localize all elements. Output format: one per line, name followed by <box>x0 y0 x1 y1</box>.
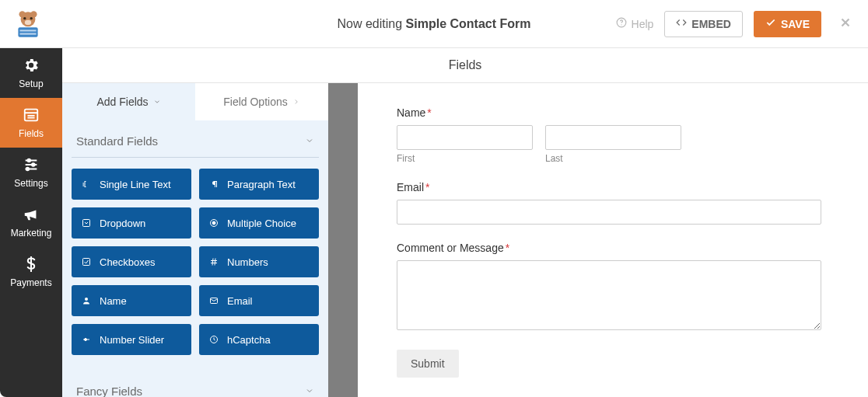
comment-textarea[interactable] <box>397 260 821 330</box>
name-label: Name* <box>397 106 821 119</box>
label-text: Name <box>397 106 425 119</box>
field-hcaptcha[interactable]: hCaptcha <box>199 324 319 355</box>
last-name-input[interactable] <box>545 125 681 150</box>
field-label: Numbers <box>227 256 268 268</box>
email-label: Email* <box>397 181 821 193</box>
comment-label: Comment or Message* <box>397 242 821 254</box>
dollar-icon <box>23 256 40 273</box>
nav-settings[interactable]: Settings <box>0 148 62 197</box>
envelope-icon <box>208 295 219 306</box>
nav-setup[interactable]: Setup <box>0 48 62 98</box>
field-label: Email <box>227 295 253 307</box>
nav-payments[interactable]: Payments <box>0 247 62 297</box>
code-icon <box>676 17 687 30</box>
topbar-actions: Help EMBED SAVE <box>616 11 852 37</box>
shield-icon <box>208 334 219 345</box>
form-name-text: Simple Contact Form <box>406 17 531 30</box>
first-sublabel: First <box>397 153 533 164</box>
nav-label: Setup <box>19 78 43 89</box>
svg-line-31 <box>215 259 215 266</box>
field-numbers[interactable]: Numbers <box>199 246 319 277</box>
required-mark: * <box>427 106 431 119</box>
text-cursor-icon: I <box>81 179 92 190</box>
first-name-input[interactable] <box>397 125 533 150</box>
standard-fields-grid: I Single Line Text Paragraph Text Dropdo… <box>72 158 319 355</box>
fields-subtabs: Add Fields Field Options <box>62 83 328 120</box>
now-editing-prefix: Now editing <box>338 17 406 30</box>
group-standard-fields[interactable]: Standard Fields <box>72 120 319 158</box>
field-paragraph-text[interactable]: Paragraph Text <box>199 169 319 200</box>
svg-rect-8 <box>20 33 37 34</box>
svg-point-26 <box>212 221 215 225</box>
field-label: hCaptcha <box>227 334 271 346</box>
slider-icon <box>81 334 92 345</box>
tab-field-options[interactable]: Field Options <box>195 83 328 120</box>
bullhorn-icon <box>23 206 40 223</box>
field-multiple-choice[interactable]: Multiple Choice <box>199 207 319 239</box>
svg-point-4 <box>30 16 33 19</box>
field-label: Dropdown <box>100 218 145 229</box>
field-email-row[interactable]: Email* <box>397 181 821 225</box>
svg-point-3 <box>23 16 26 19</box>
radio-icon <box>208 218 219 228</box>
nav-label: Marketing <box>11 228 52 239</box>
nav-fields[interactable]: Fields <box>0 98 62 148</box>
nav-label: Settings <box>14 178 47 189</box>
svg-rect-24 <box>83 220 90 227</box>
panel-title: Fields <box>62 48 868 83</box>
svg-point-10 <box>621 24 621 25</box>
field-label: Single Line Text <box>100 179 171 190</box>
svg-point-5 <box>25 19 31 24</box>
tab-add-fields[interactable]: Add Fields <box>62 83 195 120</box>
builder: Fields Add Fields Field Options <box>62 48 868 397</box>
help-link[interactable]: Help <box>616 17 654 30</box>
svg-rect-27 <box>83 259 90 266</box>
group-label: Standard Fields <box>76 134 158 148</box>
field-email[interactable]: Email <box>199 285 319 316</box>
user-icon <box>81 295 92 306</box>
required-mark: * <box>425 181 429 193</box>
main-area: Setup Fields Settings Marketing Payments <box>0 48 868 397</box>
field-name-row[interactable]: Name* First Last <box>397 106 821 164</box>
checkbox-icon <box>81 256 92 267</box>
field-label: Multiple Choice <box>227 218 296 229</box>
svg-point-20 <box>27 159 30 162</box>
field-name[interactable]: Name <box>72 285 191 316</box>
field-comment-row[interactable]: Comment or Message* <box>397 242 821 333</box>
field-number-slider[interactable]: Number Slider <box>72 324 191 355</box>
embed-button[interactable]: EMBED <box>664 11 743 37</box>
svg-rect-7 <box>20 30 37 31</box>
form-preview: Name* First Last <box>334 83 868 397</box>
check-icon <box>765 17 776 30</box>
field-dropdown[interactable]: Dropdown <box>72 207 191 239</box>
last-sublabel: Last <box>545 153 681 164</box>
field-checkboxes[interactable]: Checkboxes <box>72 246 191 277</box>
chevron-down-icon <box>305 385 314 397</box>
builder-body: Add Fields Field Options Standa <box>62 83 868 397</box>
tab-label: Field Options <box>223 96 287 108</box>
tab-label: Add Fields <box>96 96 148 108</box>
nav-marketing[interactable]: Marketing <box>0 197 62 247</box>
group-fancy-fields[interactable]: Fancy Fields <box>72 371 319 397</box>
paragraph-icon <box>208 179 219 190</box>
field-single-line-text[interactable]: I Single Line Text <box>72 169 191 200</box>
svg-text:I: I <box>82 181 84 188</box>
chevron-down-icon <box>305 134 314 148</box>
form-icon <box>23 106 40 124</box>
save-button[interactable]: SAVE <box>754 11 821 37</box>
svg-rect-6 <box>18 27 37 37</box>
top-bar: Now editing Simple Contact Form Help EMB… <box>0 0 868 48</box>
field-label: Number Slider <box>100 334 164 346</box>
svg-point-22 <box>26 168 30 171</box>
help-label: Help <box>632 18 654 30</box>
close-icon[interactable] <box>838 16 852 32</box>
help-icon <box>616 17 627 30</box>
fields-scroll[interactable]: Standard Fields I Single Line Text Parag <box>62 120 328 397</box>
required-mark: * <box>506 242 509 254</box>
sliders-icon <box>23 156 40 173</box>
email-input[interactable] <box>397 200 821 225</box>
nav-label: Fields <box>19 128 44 139</box>
submit-button[interactable]: Submit <box>397 350 459 378</box>
embed-label: EMBED <box>691 18 731 30</box>
svg-point-21 <box>32 163 35 166</box>
